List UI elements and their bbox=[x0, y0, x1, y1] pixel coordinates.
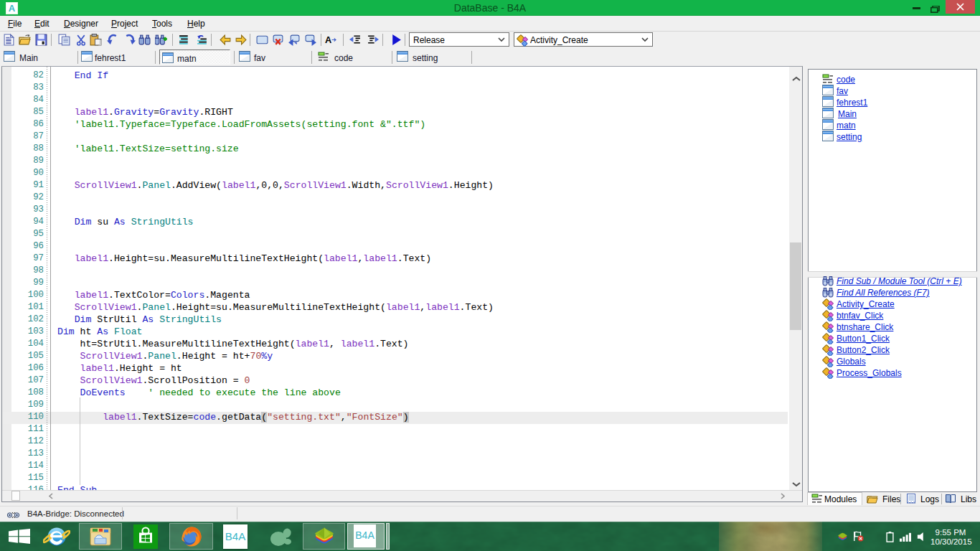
svg-text:A: A bbox=[325, 34, 331, 45]
